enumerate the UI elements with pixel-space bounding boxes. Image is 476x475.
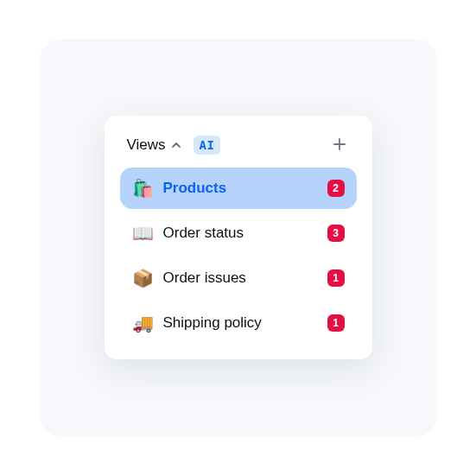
view-item-label: Shipping policy	[163, 314, 317, 332]
plus-icon	[333, 136, 346, 155]
view-item-order-issues[interactable]: 📦 Order issues 1	[120, 257, 357, 299]
view-item-shipping-policy[interactable]: 🚚 Shipping policy 1	[120, 302, 357, 344]
views-title: Views	[127, 136, 166, 154]
book-icon: 📖	[132, 223, 153, 244]
count-badge: 1	[327, 269, 345, 287]
count-badge: 1	[327, 314, 345, 332]
count-badge: 2	[327, 180, 345, 197]
chevron-up-icon	[171, 140, 181, 150]
views-panel: Views AI 🛍️ Products	[105, 116, 372, 359]
outer-card: Views AI 🛍️ Products	[40, 39, 437, 436]
views-toggle[interactable]: Views AI	[127, 136, 221, 155]
add-view-button[interactable]	[329, 135, 350, 155]
ai-badge: AI	[194, 136, 221, 155]
panel-header: Views AI	[120, 135, 357, 168]
view-item-order-status[interactable]: 📖 Order status 3	[120, 212, 357, 254]
view-item-label: Order issues	[163, 269, 317, 287]
views-list: 🛍️ Products 2 📖 Order status 3 📦 Order i…	[120, 168, 357, 344]
view-item-label: Products	[163, 180, 317, 197]
view-item-label: Order status	[163, 225, 317, 242]
truck-icon: 🚚	[132, 313, 153, 333]
package-icon: 📦	[132, 268, 153, 288]
shopping-bags-icon: 🛍️	[132, 178, 153, 199]
view-item-products[interactable]: 🛍️ Products 2	[120, 168, 357, 209]
count-badge: 3	[327, 225, 345, 242]
